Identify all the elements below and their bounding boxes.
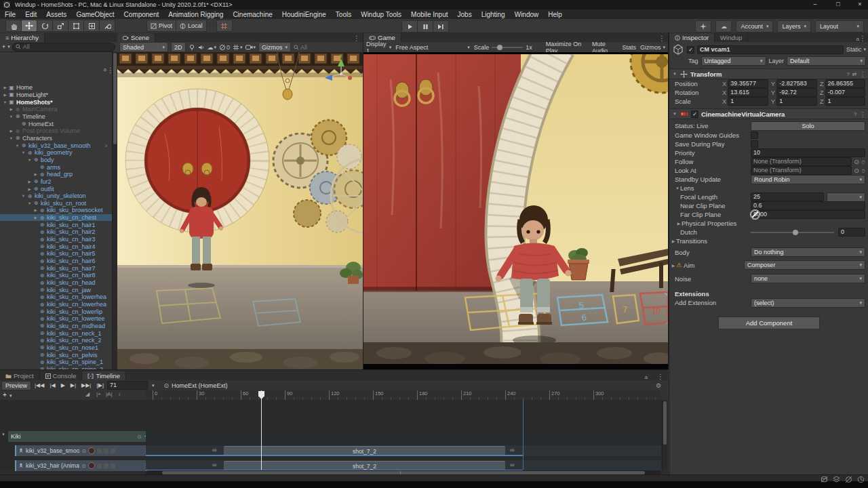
hierarchy-row[interactable]: ⊕kiki_sku_cn_jaw [0, 286, 113, 293]
collapsed-arrow-icon[interactable]: ▶ [8, 129, 14, 133]
playhead-line[interactable] [261, 390, 262, 470]
menu-item-file[interactable]: File [0, 11, 20, 18]
hierarchy-row[interactable]: ⊕kiki_sku_cn_hair2 [0, 228, 113, 236]
expanded-arrow-icon[interactable]: ▼ [8, 115, 14, 119]
scale-y-field[interactable]: 1 [776, 97, 817, 106]
vcam-enabled-checkbox[interactable]: ✓ [691, 110, 698, 118]
play-range-button[interactable]: [▶] [94, 382, 106, 388]
hierarchy-row[interactable]: ⊕kiki_sku_cn_neck_2 [0, 337, 113, 344]
goto-start-button[interactable]: |◀◀ [33, 382, 46, 388]
scene-effects-dropdown[interactable]: ☁▾ [208, 44, 217, 51]
hierarchy-row[interactable]: ▶⊕outfit [0, 185, 113, 192]
rotation-x-field[interactable]: 13.615 [728, 88, 768, 97]
step-button[interactable] [433, 20, 449, 33]
hierarchy-row[interactable]: ⊕kiki_sku_cn_hair6 [0, 258, 113, 265]
frame-options-caret[interactable]: ▾ [152, 383, 155, 388]
stats-toggle[interactable]: Stats [622, 44, 636, 51]
menu-item-mobile-input[interactable]: Mobile Input [406, 11, 452, 18]
track2-lock-icon[interactable] [104, 464, 108, 468]
rect-tool-button[interactable] [68, 20, 84, 32]
track1-eye-icon[interactable] [111, 449, 115, 453]
track2-record-icon[interactable] [88, 462, 95, 469]
collab-status-icon[interactable] [845, 476, 852, 483]
scale-tool-button[interactable] [53, 20, 68, 32]
position-y-field[interactable]: -2.827583 [776, 79, 817, 88]
hierarchy-search-input[interactable]: All [12, 43, 115, 52]
hierarchy-row[interactable]: ⊕kiki_sku_cn_lowerhea [0, 301, 113, 308]
lock-icon[interactable]: a [104, 66, 106, 73]
collapsed-arrow-icon[interactable]: ▶ [2, 93, 8, 97]
expanded-arrow-icon[interactable]: ▼ [20, 194, 26, 198]
hierarchy-row[interactable]: ▼⊕kiki_geometry [0, 149, 113, 157]
hierarchy-row[interactable]: ⊕kiki_sku_cn_hair3 [0, 236, 113, 243]
expanded-arrow-icon[interactable]: ▼ [14, 144, 20, 148]
help-icon[interactable]: ? [854, 111, 856, 117]
2d-toggle[interactable]: 2D [171, 42, 186, 52]
hierarchy-row[interactable]: ▶⊕fur2 [0, 178, 113, 186]
menu-item-component[interactable]: Component [119, 11, 164, 18]
hierarchy-row[interactable]: ⊕kiki_sku_cn_hair1 [0, 221, 113, 228]
gameobject-name-field[interactable]: CM vcam1 [697, 45, 844, 54]
play-button[interactable] [401, 20, 418, 33]
expanded-arrow-icon[interactable]: ▼ [20, 150, 26, 155]
position-z-field[interactable]: 26.86355 [825, 79, 866, 88]
hierarchy-row[interactable]: ▶⊕Post-process Volume [0, 127, 113, 135]
hierarchy-scrollbar[interactable] [112, 52, 117, 369]
focal-length-field[interactable]: 25 [751, 192, 824, 201]
current-frame-field[interactable]: 71 [107, 381, 148, 390]
expanded-arrow-icon[interactable]: ▼ [8, 136, 14, 140]
menu-item-lighting[interactable]: Lighting [477, 11, 510, 18]
hierarchy-row[interactable]: ▼⊕Timeline [0, 113, 113, 121]
hand-tool-button[interactable] [5, 20, 22, 32]
standby-dropdown[interactable]: Round Robin▾ [751, 175, 865, 184]
maximize-button[interactable]: □ [831, 1, 845, 7]
vcam-more-icon[interactable]: ⋮ [860, 110, 867, 118]
create-button[interactable]: + [2, 43, 5, 50]
add-extension-dropdown[interactable]: (select)▾ [751, 298, 865, 308]
menu-item-jobs[interactable]: Jobs [453, 11, 477, 18]
clip-shot-7-2[interactable]: shot_7_2 [224, 446, 505, 455]
hierarchy-row[interactable]: ▼⊕kiki_unity_skeleton [0, 192, 113, 200]
tab-console[interactable]: Console [40, 371, 83, 380]
hierarchy-row[interactable]: ⊕kiki_sku_cn_lowerhea [0, 293, 113, 301]
timeline-vscrollbar[interactable] [662, 400, 668, 470]
tab-timeline[interactable]: Timeline [82, 371, 126, 380]
clip-shot-7-2[interactable]: shot_7_2 [224, 461, 505, 470]
tab-hierarchy[interactable]: ≡Hierarchy [0, 33, 45, 42]
hierarchy-row[interactable]: ▼⊕body [0, 157, 113, 164]
menu-item-edit[interactable]: Edit [20, 11, 41, 18]
hierarchy-row[interactable]: ▶⊕kiki_sku_browsocket [0, 207, 113, 214]
scale-z-field[interactable]: 1 [825, 97, 866, 106]
track1-target-icon[interactable]: ⊙ [81, 448, 86, 454]
hierarchy-row[interactable]: ⊕kiki_sku_cn_pelvis [0, 351, 113, 359]
game-gizmos-dropdown[interactable]: Gizmos▾ [640, 44, 665, 51]
menu-item-houdiniengine[interactable]: HoudiniEngine [277, 11, 331, 18]
hierarchy-row[interactable]: ⊕kiki_sku_cn_hair5 [0, 250, 113, 258]
layers-dropdown[interactable]: Layers▾ [777, 20, 811, 33]
prev-frame-button[interactable]: |◀ [47, 382, 57, 388]
rotate-tool-button[interactable] [37, 20, 53, 32]
hierarchy-row[interactable]: ⊕kiki_sku_cn_neck_1 [0, 329, 113, 337]
curves-view-icon[interactable]: ◢ [85, 391, 90, 397]
position-x-field[interactable]: 39.35577 [728, 79, 768, 88]
timeline-settings-gear-icon[interactable]: ⚙ [656, 382, 661, 389]
scene-grid-dropdown[interactable]: ▾ [233, 44, 243, 51]
dutch-slider[interactable] [751, 232, 834, 233]
expanded-arrow-icon[interactable]: ▼ [26, 158, 33, 162]
play-timeline-button[interactable]: ▶ [59, 382, 67, 388]
scene-visibility-toggle[interactable]: 0 [219, 44, 230, 51]
hierarchy-row[interactable]: ▶▣Home [0, 84, 113, 92]
markers-icon[interactable]: ↓ [118, 391, 121, 397]
track2-lane[interactable]: ∞ shot_7_2 ∞ [146, 460, 661, 471]
hierarchy-row[interactable]: ▼▣HomeShots* [0, 98, 113, 106]
track-header-hair[interactable]: kiki_v32_hair (Anima ⊙ ⋮ [15, 460, 151, 471]
hierarchy-row[interactable]: ⊕kiki_sku_cn_lowertee [0, 315, 113, 323]
aspect-dropdown[interactable]: Free Aspect▾ [395, 44, 470, 51]
track2-target-icon[interactable]: ⊙ [81, 463, 86, 469]
hierarchy-row[interactable]: ⊕HomeExt [0, 120, 113, 127]
tab-scene[interactable]: Scene [117, 33, 155, 42]
hierarchy-row[interactable]: ▼⊕kiki_sku_cn_root [0, 200, 113, 207]
scene-search-input[interactable]: All [294, 44, 307, 51]
follow-target-icon[interactable]: ⊙ [854, 158, 859, 165]
static-dropdown[interactable]: Static▾ [846, 46, 866, 53]
